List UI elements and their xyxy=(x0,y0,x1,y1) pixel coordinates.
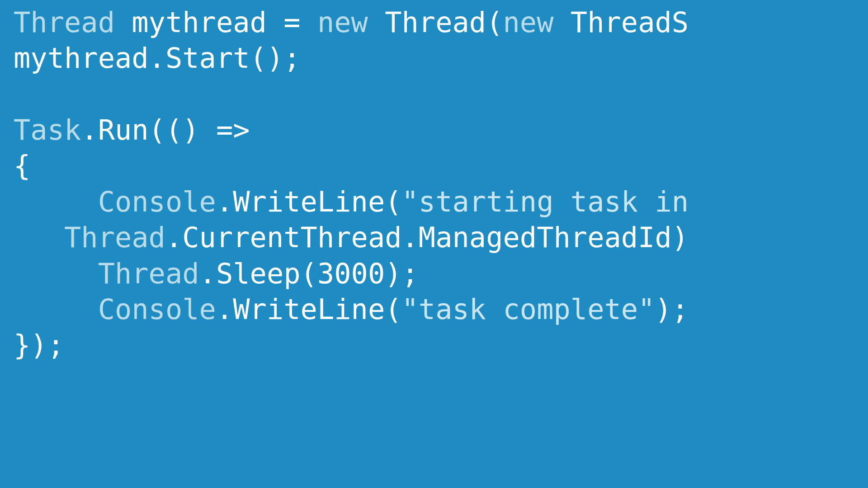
identifier-token: Thread( xyxy=(368,6,503,39)
method-token: .WriteLine( xyxy=(216,293,402,326)
method-token: .Sleep( xyxy=(199,257,317,290)
code-line-6: Console.WriteLine("starting task in xyxy=(14,185,689,218)
string-token: "starting task in xyxy=(402,185,689,218)
code-line-9: Console.WriteLine("task complete"); xyxy=(14,293,689,326)
identifier-token: mythread xyxy=(115,6,283,39)
statement-token: mythread.Start(); xyxy=(14,42,301,75)
method-token: .Run(() => xyxy=(81,113,250,146)
indent xyxy=(14,221,64,254)
space-token xyxy=(301,6,317,39)
keyword-token: new xyxy=(503,6,554,39)
code-line-7: Thread.CurrentThread.ManagedThreadId) xyxy=(14,221,689,254)
indent xyxy=(14,257,98,290)
code-line-2: mythread.Start(); xyxy=(14,42,301,75)
type-token: Thread xyxy=(98,257,199,290)
code-line-10: }); xyxy=(14,328,64,361)
property-token: .CurrentThread.ManagedThreadId) xyxy=(165,221,689,254)
punct-token: ); xyxy=(385,257,419,290)
keyword-token: new xyxy=(317,6,368,39)
punct-token: ); xyxy=(655,293,689,326)
brace-token: { xyxy=(14,149,30,182)
indent xyxy=(14,293,98,326)
type-token: Console xyxy=(98,293,216,326)
string-token: "task complete" xyxy=(402,293,655,326)
code-line-5: { xyxy=(14,149,30,182)
identifier-token: ThreadS xyxy=(554,6,689,39)
operator-token: = xyxy=(283,6,300,39)
code-editor[interactable]: Thread mythread = new Thread(new ThreadS… xyxy=(0,0,868,363)
indent xyxy=(14,185,98,218)
code-line-8: Thread.Sleep(3000); xyxy=(14,257,419,290)
type-token: Console xyxy=(98,185,216,218)
method-token: .WriteLine( xyxy=(216,185,402,218)
type-token: Task xyxy=(14,113,81,146)
code-line-1: Thread mythread = new Thread(new ThreadS xyxy=(14,6,689,39)
brace-token: }); xyxy=(14,328,64,361)
type-token: Thread xyxy=(14,6,115,39)
number-token: 3000 xyxy=(317,257,385,290)
code-line-4: Task.Run(() => xyxy=(14,113,250,146)
type-token: Thread xyxy=(64,221,165,254)
